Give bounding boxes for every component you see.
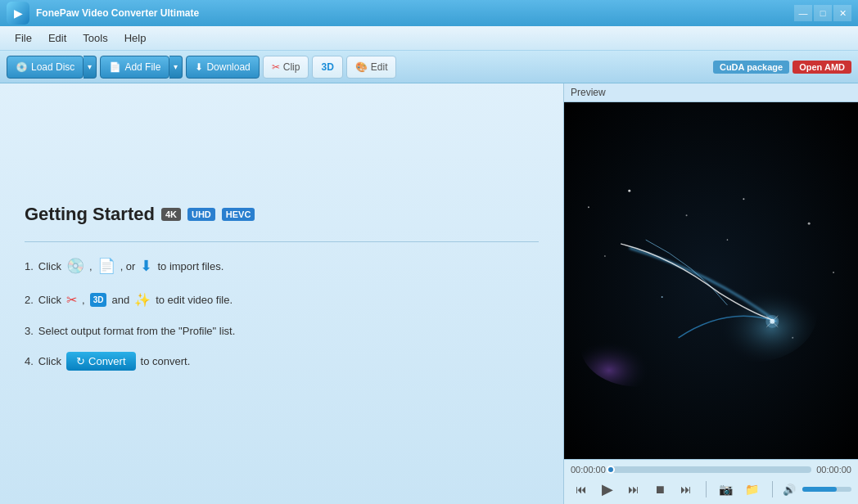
badge-hevc: HEVC: [222, 208, 255, 221]
add-file-icon: 📄: [109, 61, 121, 73]
scissors-icon: ✂: [66, 290, 77, 310]
getting-started-panel: Getting Started 4K UHD HEVC 1. Click 💿 ,…: [0, 83, 563, 504]
app-title: FonePaw Video Converter Ultimate: [36, 7, 199, 19]
load-disc-button[interactable]: 💿 Load Disc: [7, 56, 84, 79]
title-bar: ▶ FonePaw Video Converter Ultimate — □ ✕: [0, 0, 858, 26]
video-canvas: [564, 102, 858, 459]
toolbar: 💿 Load Disc ▾ 📄 Add File ▾ ⬇ Download ✂ …: [0, 51, 858, 83]
svg-point-0: [588, 206, 589, 208]
time-end: 00:00:00: [816, 465, 851, 475]
3d-small-badge: 3D: [90, 293, 107, 307]
download-icon: ⬇: [195, 61, 203, 73]
preview-label: Preview: [564, 83, 858, 102]
add-file-button[interactable]: 📄 Add File: [100, 56, 169, 79]
title-bar-left: ▶ FonePaw Video Converter Ultimate: [7, 2, 199, 25]
3d-icon: 3D: [321, 61, 333, 73]
3d-button[interactable]: 3D: [312, 56, 342, 79]
svg-point-5: [604, 255, 606, 257]
snapshot-button[interactable]: 📷: [716, 479, 736, 499]
edit-button[interactable]: 🎨 Edit: [346, 56, 397, 79]
convert-inline-button[interactable]: ↻ Convert: [66, 352, 136, 371]
svg-point-2: [686, 214, 688, 216]
time-start: 00:00:00: [571, 465, 606, 475]
badge-uhd: UHD: [187, 208, 215, 221]
toolbar-badges: CuDA package Open AMD: [713, 61, 851, 74]
menu-help[interactable]: Help: [116, 29, 155, 47]
close-button[interactable]: ✕: [833, 5, 851, 21]
minimize-button[interactable]: —: [794, 5, 812, 21]
maximize-button[interactable]: □: [814, 5, 832, 21]
edit-icon: 🎨: [355, 61, 368, 73]
menu-edit[interactable]: Edit: [40, 29, 75, 47]
playback-btn-row: ⏮ ▶ ⏭ ⏹ ⏭ 📷 📁 🔊: [571, 479, 851, 499]
progress-bar[interactable]: [611, 466, 811, 473]
stop-button[interactable]: ⏹: [650, 479, 670, 499]
skip-back-button[interactable]: ⏮: [571, 479, 591, 499]
svg-point-11: [580, 305, 695, 387]
badge-4k: 4K: [161, 208, 181, 221]
cuda-badge: CuDA package: [713, 61, 789, 74]
load-disc-arrow[interactable]: ▾: [84, 56, 97, 79]
app-logo: ▶: [7, 2, 29, 25]
progress-thumb: [607, 466, 615, 474]
sparkle-icon: ✨: [134, 290, 151, 310]
convert-inline-icon: ↻: [76, 355, 85, 367]
fast-forward-button[interactable]: ⏭: [624, 479, 644, 499]
menu-tools[interactable]: Tools: [75, 29, 115, 47]
svg-point-10: [687, 264, 818, 362]
play-button[interactable]: ▶: [598, 479, 617, 499]
clip-button[interactable]: ✂ Clip: [263, 56, 309, 79]
getting-started-title: Getting Started: [25, 204, 155, 225]
getting-started-header: Getting Started 4K UHD HEVC: [25, 204, 539, 225]
add-file-small-icon: 📄: [97, 255, 115, 277]
svg-point-1: [628, 190, 630, 192]
volume-icon: 🔊: [783, 484, 796, 496]
svg-point-8: [662, 296, 663, 298]
volume-fill: [802, 487, 837, 492]
svg-point-4: [808, 223, 811, 225]
download-small-icon: ⬇: [140, 255, 152, 277]
amd-badge: Open AMD: [793, 61, 851, 74]
preview-video: [564, 102, 858, 459]
clip-icon: ✂: [272, 61, 280, 73]
download-button[interactable]: ⬇ Download: [186, 56, 259, 79]
step-3: 3. Select output format from the "Profil…: [25, 323, 539, 340]
svg-point-6: [833, 272, 834, 273]
divider: [706, 481, 707, 497]
folder-button[interactable]: 📁: [743, 479, 762, 499]
load-disc-small-icon: 💿: [66, 255, 84, 277]
svg-point-3: [743, 198, 744, 200]
step-1: 1. Click 💿 , 📄 , or ⬇ to import files.: [25, 255, 539, 277]
time-row: 00:00:00 00:00:00: [571, 465, 851, 475]
menu-file[interactable]: File: [7, 29, 40, 47]
add-file-arrow[interactable]: ▾: [169, 56, 183, 79]
disc-icon: 💿: [16, 61, 28, 73]
svg-point-7: [727, 239, 729, 241]
volume-slider[interactable]: [802, 487, 851, 492]
preview-panel: Preview: [563, 83, 858, 504]
title-bar-controls: — □ ✕: [794, 5, 851, 21]
preview-controls: 00:00:00 00:00:00 ⏮ ▶ ⏭ ⏹ ⏭ 📷 📁 🔊: [564, 459, 858, 504]
step-2: 2. Click ✂ , 3D and ✨ to edit video file…: [25, 290, 539, 310]
skip-next-button[interactable]: ⏭: [676, 479, 696, 499]
menu-bar: File Edit Tools Help: [0, 26, 858, 51]
step-4: 4. Click ↻ Convert to convert.: [25, 352, 539, 371]
divider2: [772, 481, 773, 497]
